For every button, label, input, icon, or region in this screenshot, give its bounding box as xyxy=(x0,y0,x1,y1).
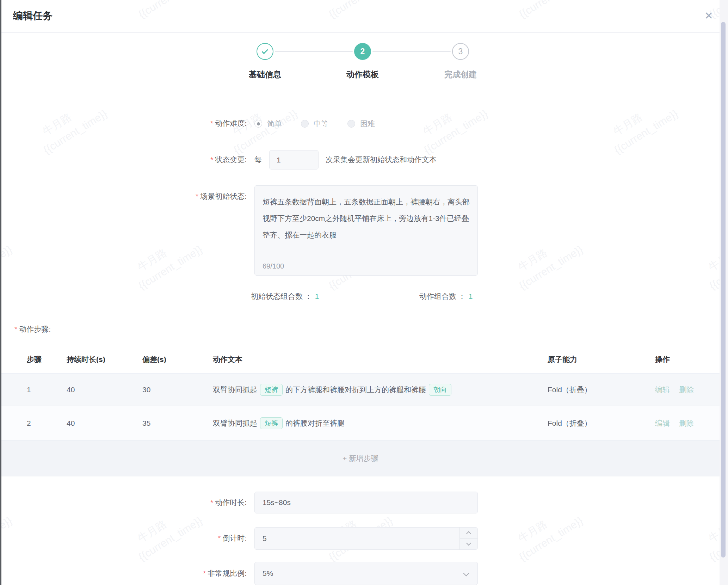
edit-link[interactable]: 编辑 xyxy=(655,385,670,395)
countdown-label: *倒计时: xyxy=(113,533,247,543)
action-steps-label: *动作步骤: xyxy=(14,324,51,334)
table-row: 14030双臂协同抓起短裤的下方裤腿和裤腰对折到上方的裤腿和裤腰朝向Fold（折… xyxy=(1,374,720,406)
delete-link[interactable]: 删除 xyxy=(679,385,694,395)
countdown-input[interactable]: 5 xyxy=(254,527,478,550)
step-1-indicator xyxy=(257,43,273,60)
cell-step: 1 xyxy=(27,386,67,394)
required-asterisk: * xyxy=(218,534,221,542)
unusual-ratio-value: 5% xyxy=(263,562,477,585)
difficulty-radio-中等[interactable]: 中等 xyxy=(301,119,328,129)
delete-link[interactable]: 删除 xyxy=(679,418,694,428)
entity-tag: 短裤 xyxy=(260,384,283,396)
action-steps-table: 步骤持续时长(s)偏差(s)动作文本原子能力操作14030双臂协同抓起短裤的下方… xyxy=(1,345,720,476)
combo-value: 1 xyxy=(469,292,473,300)
step-connector xyxy=(275,51,353,52)
action-text: 双臂协同抓起 xyxy=(213,385,257,395)
required-asterisk: * xyxy=(203,569,206,577)
radio-label: 困难 xyxy=(360,119,375,129)
radio-label: 简单 xyxy=(267,119,282,129)
column-header: 步骤 xyxy=(27,355,67,364)
required-asterisk: * xyxy=(210,155,213,164)
duration-input[interactable]: 15s~80s xyxy=(254,492,478,513)
step-2-indicator: 2 xyxy=(354,43,371,60)
edit-task-dialog: 牛月路{{current_time}}牛月路{{current_time}}牛月… xyxy=(0,0,728,585)
countdown-stepper xyxy=(459,528,477,549)
table-row: 24035双臂协同抓起短裤的裤腰对折至裤腿Fold（折叠）编辑删除 xyxy=(1,406,720,441)
action-text: 的下方裤腿和裤腰对折到上方的裤腿和裤腰 xyxy=(285,385,426,395)
unusual-ratio-select[interactable]: 5% xyxy=(254,562,478,585)
state-change-input[interactable]: 1 xyxy=(269,150,319,170)
dialog-title: 编辑任务 xyxy=(13,9,53,23)
column-header: 动作文本 xyxy=(213,355,548,364)
chevron-up-icon xyxy=(466,531,471,536)
step-number: 3 xyxy=(458,47,463,56)
increase-button[interactable] xyxy=(459,528,477,538)
radio-label: 中等 xyxy=(314,119,328,129)
step-2-label: 动作模板 xyxy=(317,69,408,80)
difficulty-radio-困难[interactable]: 困难 xyxy=(347,119,375,129)
state-change-label: *状态变更: xyxy=(113,154,247,165)
initial-state-text: 短裤五条数据背面朝上，五条数据正面朝上，裤腰朝右，离头部视野下方至少20cm之外… xyxy=(255,186,477,243)
radio-icon xyxy=(347,120,355,128)
required-asterisk: * xyxy=(196,192,198,200)
close-icon[interactable]: ✕ xyxy=(704,10,713,22)
duration-label: *动作时长: xyxy=(113,497,247,508)
state-change-suffix: 次采集会更新初始状态和动作文本 xyxy=(326,154,437,165)
required-asterisk: * xyxy=(210,119,213,127)
combo-label: 动作组合数 ： xyxy=(419,292,466,300)
cell-atomic-ability: Fold（折叠） xyxy=(548,385,655,395)
decrease-button[interactable] xyxy=(459,538,477,549)
cell-step: 2 xyxy=(27,419,67,427)
column-header: 偏差(s) xyxy=(142,355,213,364)
cell-deviation: 35 xyxy=(142,419,213,427)
edit-link[interactable]: 编辑 xyxy=(655,418,670,428)
column-header: 持续时长(s) xyxy=(67,355,142,364)
entity-tag: 短裤 xyxy=(260,417,283,429)
cell-atomic-ability: Fold（折叠） xyxy=(548,418,655,428)
initial-state-textarea[interactable]: 短裤五条数据背面朝上，五条数据正面朝上，裤腰朝右，离头部视野下方至少20cm之外… xyxy=(254,185,478,276)
action-text: 双臂协同抓起 xyxy=(213,418,257,428)
cell-deviation: 30 xyxy=(142,386,213,394)
unusual-ratio-label: *非常规比例: xyxy=(113,568,247,579)
cell-actions: 编辑删除 xyxy=(655,418,720,428)
state-change-prefix: 每 xyxy=(254,154,262,165)
initial-state-label: *场景初始状态: xyxy=(113,191,247,202)
entity-tag: 朝向 xyxy=(429,384,451,396)
chevron-down-icon xyxy=(466,541,471,546)
combo-label: 初始状态组合数 ： xyxy=(251,292,312,300)
cell-duration: 40 xyxy=(67,419,142,427)
step-3-indicator: 3 xyxy=(452,43,469,60)
step-1-label: 基础信息 xyxy=(219,69,311,80)
cell-action-text: 双臂协同抓起短裤的下方裤腿和裤腰对折到上方的裤腿和裤腰朝向 xyxy=(213,384,548,396)
column-header: 原子能力 xyxy=(548,355,655,364)
radio-icon xyxy=(301,120,309,128)
page-left-edge xyxy=(0,0,1,585)
cell-action-text: 双臂协同抓起短裤的裤腰对折至裤腿 xyxy=(213,417,548,429)
char-counter: 69/100 xyxy=(263,262,284,270)
dialog-header: 编辑任务 ✕ xyxy=(1,0,728,33)
step-3-label: 完成创建 xyxy=(415,69,506,80)
combo-value: 1 xyxy=(315,292,319,300)
difficulty-label: *动作难度: xyxy=(113,118,247,129)
required-asterisk: * xyxy=(210,498,213,506)
action-text: 的裤腰对折至裤腿 xyxy=(285,418,345,428)
check-icon xyxy=(261,48,268,54)
radio-dot xyxy=(257,122,260,125)
column-header: 操作 xyxy=(655,355,720,364)
table-header-row: 步骤持续时长(s)偏差(s)动作文本原子能力操作 xyxy=(1,345,720,374)
add-step-button[interactable]: + 新增步骤 xyxy=(1,441,720,476)
step-number: 2 xyxy=(360,47,365,56)
combo-count-2: 动作组合数 ：1 xyxy=(419,291,473,301)
cell-duration: 40 xyxy=(67,386,142,394)
required-asterisk: * xyxy=(14,325,17,333)
radio-icon xyxy=(254,120,262,128)
difficulty-radio-简单[interactable]: 简单 xyxy=(254,119,282,129)
combo-count-1: 初始状态组合数 ：1 xyxy=(251,291,319,301)
step-connector xyxy=(372,51,451,52)
scrollbar-thumb[interactable] xyxy=(721,22,726,558)
cell-actions: 编辑删除 xyxy=(655,385,720,395)
difficulty-radio-group: 简单中等困难 xyxy=(254,119,375,129)
